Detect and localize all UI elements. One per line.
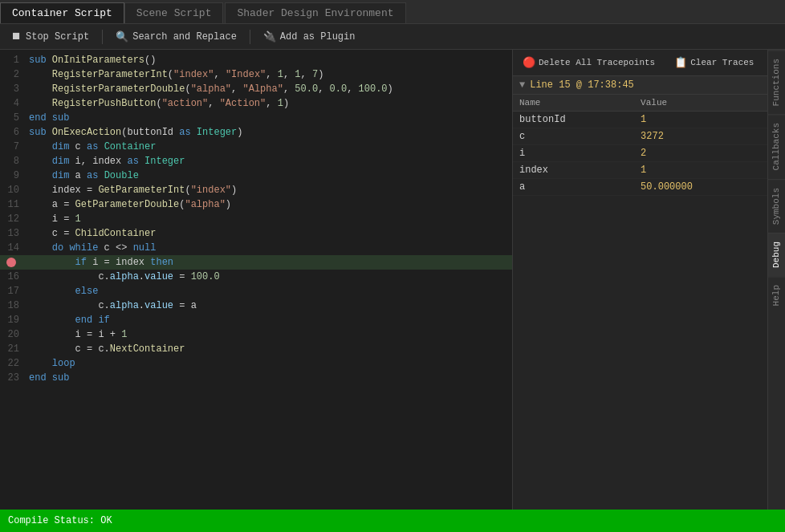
code-line-3: 3 RegisterParameterDouble("alpha", "Alph… [0,82,512,96]
code-line-15: if i = index then [0,255,512,270]
line-number: 6 [3,125,29,140]
table-row: a50.000000 [513,179,767,196]
line-number: 20 [3,327,29,342]
line-number: 9 [3,169,29,183]
delete-all-label: Delete All Tracepoints [539,58,655,67]
clear-traces-button[interactable]: 📋 Clear Traces [671,55,757,71]
line-content: i = 1 [29,212,509,226]
toolbar: ⏹ Stop Script 🔍 Search and Replace 🔌 Add… [0,24,785,50]
var-name: c [513,128,634,145]
line-content: dim i, index as Integer [29,154,509,169]
search-replace-button[interactable]: 🔍 Search and Replace [111,29,242,45]
line-content: end if [29,313,509,327]
line-number: 12 [3,212,29,226]
col-name: Name [513,95,634,112]
var-value: 3272 [634,128,767,145]
toolbar-separator-2 [250,30,250,44]
code-editor[interactable]: 1sub OnInitParameters()2 RegisterParamet… [0,50,512,510]
code-line-19: 19 end if [0,313,512,327]
search-label: Search and Replace [132,31,237,43]
col-value: Value [634,95,767,112]
var-value: 1 [634,162,767,179]
tab-container-script[interactable]: Container Script [0,2,124,23]
line-number: 2 [3,67,29,82]
var-value: 50.000000 [634,179,767,196]
line-content: c = ChildContainer [29,226,509,241]
code-line-10: 10 index = GetParameterInt("index") [0,183,512,197]
variables-table: Name Value buttonId1c3272i2index1a50.000… [513,95,767,196]
line-number: 18 [3,298,29,313]
stop-label: Stop Script [26,31,89,43]
side-tab-functions[interactable]: Functions [768,50,785,114]
chevron-icon: ▼ [519,79,525,91]
line-number: 4 [3,96,29,111]
table-row: buttonId1 [513,112,767,128]
breakpoint-dot [6,258,16,267]
plugin-label: Add as Plugin [280,31,356,43]
code-line-22: 22 loop [0,356,512,371]
line-number: 23 [3,371,29,385]
line-content: end sub [29,371,509,385]
side-tab-debug[interactable]: Debug [768,233,785,276]
tracepoint-icon: 🔴 [523,56,535,69]
line-number: 21 [3,342,29,356]
toolbar-separator [102,30,103,44]
line-content: sub OnExecAction(buttonId as Integer) [29,125,509,140]
code-line-17: 17 else [0,284,512,298]
side-label-bar: Functions Callbacks Symbols Debug Help [767,50,785,510]
code-line-9: 9 dim a as Double [0,169,512,183]
status-bar: Compile Status: OK [0,510,785,532]
line-content: sub OnInitParameters() [29,53,509,67]
stop-script-button[interactable]: ⏹ Stop Script [6,29,94,44]
side-tab-callbacks[interactable]: Callbacks [768,114,785,178]
line-number: 10 [3,183,29,197]
var-value: 1 [634,112,767,128]
line-content: end sub [29,111,509,125]
line-content: c.alpha.value = a [29,298,509,313]
trace-line-label: Line 15 @ 17:38:45 [530,79,634,91]
line-number: 7 [3,140,29,154]
code-line-5: 5end sub [0,111,512,125]
code-line-16: 16 c.alpha.value = 100.0 [0,270,512,284]
clear-traces-label: Clear Traces [690,58,754,67]
side-tab-help[interactable]: Help [768,276,785,314]
code-line-4: 4 RegisterPushButton("action", "Action",… [0,96,512,111]
table-row: c3272 [513,128,767,145]
code-line-2: 2 RegisterParameterInt("index", "Index",… [0,67,512,82]
tab-shader-design[interactable]: Shader Design Environment [225,2,405,23]
code-line-13: 13 c = ChildContainer [0,226,512,241]
delete-all-tracepoints-button[interactable]: 🔴 Delete All Tracepoints [519,55,658,71]
line-content: i = i + 1 [29,327,509,342]
tab-bar: Container Script Scene Script Shader Des… [0,0,785,24]
clear-icon: 📋 [674,56,687,69]
line-content: c = c.NextContainer [29,342,509,356]
line-number: 5 [3,111,29,125]
debug-panel: 🔴 Delete All Tracepoints 📋 Clear Traces … [513,50,767,510]
line-content: RegisterParameterInt("index", "Index", 1… [29,67,509,82]
side-tab-symbols[interactable]: Symbols [768,179,785,233]
line-content: dim c as Container [29,140,509,154]
code-line-7: 7 dim c as Container [0,140,512,154]
line-content: RegisterPushButton("action", "Action", 1… [29,96,509,111]
line-number [3,255,29,270]
code-line-14: 14 do while c <> null [0,241,512,255]
line-content: c.alpha.value = 100.0 [29,270,509,284]
var-value: 2 [634,145,767,162]
code-line-20: 20 i = i + 1 [0,327,512,342]
line-content: if i = index then [29,255,509,270]
line-content: dim a as Double [29,169,509,183]
plugin-icon: 🔌 [263,30,276,43]
code-line-8: 8 dim i, index as Integer [0,154,512,169]
tab-scene-script[interactable]: Scene Script [124,2,224,23]
line-number: 3 [3,82,29,96]
add-plugin-button[interactable]: 🔌 Add as Plugin [258,29,360,45]
code-line-21: 21 c = c.NextContainer [0,342,512,356]
line-content: RegisterParameterDouble("alpha", "Alpha"… [29,82,509,96]
line-content: do while c <> null [29,241,509,255]
code-line-11: 11 a = GetParameterDouble("alpha") [0,197,512,212]
trace-line-header: ▼ Line 15 @ 17:38:45 [513,76,767,95]
line-content: index = GetParameterInt("index") [29,183,509,197]
code-line-18: 18 c.alpha.value = a [0,298,512,313]
line-number: 8 [3,154,29,169]
code-line-6: 6sub OnExecAction(buttonId as Integer) [0,125,512,140]
